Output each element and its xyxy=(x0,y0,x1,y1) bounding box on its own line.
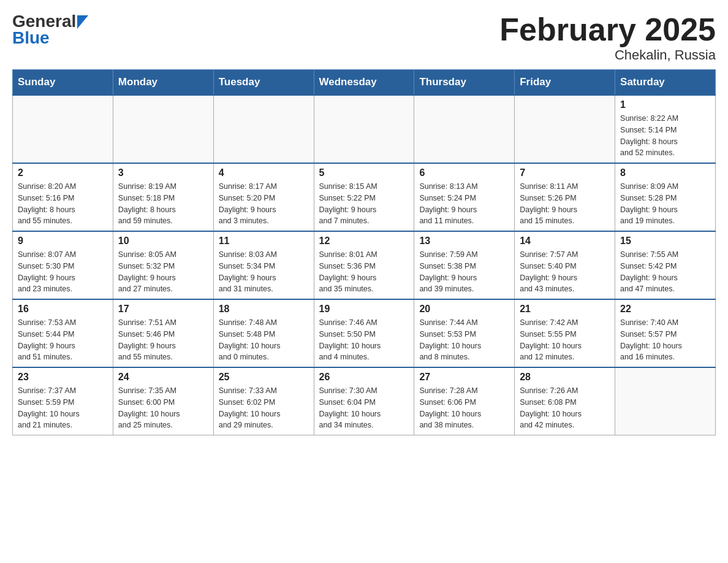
table-row: 12Sunrise: 8:01 AM Sunset: 5:36 PM Dayli… xyxy=(314,231,414,299)
day-info: Sunrise: 8:13 AM Sunset: 5:24 PM Dayligh… xyxy=(419,181,509,227)
day-info: Sunrise: 7:51 AM Sunset: 5:46 PM Dayligh… xyxy=(118,317,208,363)
day-info: Sunrise: 7:46 AM Sunset: 5:50 PM Dayligh… xyxy=(319,317,409,363)
table-row: 3Sunrise: 8:19 AM Sunset: 5:18 PM Daylig… xyxy=(113,163,213,231)
day-info: Sunrise: 7:40 AM Sunset: 5:57 PM Dayligh… xyxy=(620,317,710,363)
day-number: 24 xyxy=(118,372,208,383)
table-row: 16Sunrise: 7:53 AM Sunset: 5:44 PM Dayli… xyxy=(13,299,113,367)
day-info: Sunrise: 7:26 AM Sunset: 6:08 PM Dayligh… xyxy=(520,385,610,431)
day-info: Sunrise: 7:33 AM Sunset: 6:02 PM Dayligh… xyxy=(219,385,309,431)
table-row: 23Sunrise: 7:37 AM Sunset: 5:59 PM Dayli… xyxy=(13,367,113,435)
day-number: 11 xyxy=(219,236,309,247)
day-info: Sunrise: 7:48 AM Sunset: 5:48 PM Dayligh… xyxy=(219,317,309,363)
calendar-week-row: 1Sunrise: 8:22 AM Sunset: 5:14 PM Daylig… xyxy=(13,95,716,163)
table-row: 7Sunrise: 8:11 AM Sunset: 5:26 PM Daylig… xyxy=(515,163,615,231)
day-info: Sunrise: 7:44 AM Sunset: 5:53 PM Dayligh… xyxy=(419,317,509,363)
day-number: 6 xyxy=(419,167,509,178)
day-number: 23 xyxy=(18,372,108,383)
col-saturday: Saturday xyxy=(615,70,716,96)
day-number: 25 xyxy=(219,372,309,383)
table-row xyxy=(314,95,414,163)
table-row xyxy=(414,95,515,163)
day-info: Sunrise: 7:57 AM Sunset: 5:40 PM Dayligh… xyxy=(520,249,610,295)
title-block: February 2025 Chekalin, Russia xyxy=(499,12,716,63)
col-monday: Monday xyxy=(113,70,213,96)
table-row: 9Sunrise: 8:07 AM Sunset: 5:30 PM Daylig… xyxy=(13,231,113,299)
day-info: Sunrise: 8:22 AM Sunset: 5:14 PM Dayligh… xyxy=(620,113,710,159)
day-number: 26 xyxy=(319,372,409,383)
table-row xyxy=(615,367,716,435)
day-info: Sunrise: 7:53 AM Sunset: 5:44 PM Dayligh… xyxy=(18,317,108,363)
day-info: Sunrise: 7:30 AM Sunset: 6:04 PM Dayligh… xyxy=(319,385,409,431)
calendar-week-row: 9Sunrise: 8:07 AM Sunset: 5:30 PM Daylig… xyxy=(13,231,716,299)
day-number: 5 xyxy=(319,167,409,178)
day-number: 18 xyxy=(219,304,309,315)
day-info: Sunrise: 8:01 AM Sunset: 5:36 PM Dayligh… xyxy=(319,249,409,295)
calendar-table: Sunday Monday Tuesday Wednesday Thursday… xyxy=(12,69,716,435)
day-info: Sunrise: 7:59 AM Sunset: 5:38 PM Dayligh… xyxy=(419,249,509,295)
day-number: 13 xyxy=(419,236,509,247)
day-info: Sunrise: 8:19 AM Sunset: 5:18 PM Dayligh… xyxy=(118,181,208,227)
day-info: Sunrise: 8:17 AM Sunset: 5:20 PM Dayligh… xyxy=(219,181,309,227)
table-row: 18Sunrise: 7:48 AM Sunset: 5:48 PM Dayli… xyxy=(213,299,314,367)
col-sunday: Sunday xyxy=(13,70,113,96)
day-number: 10 xyxy=(118,236,208,247)
logo: General Blue xyxy=(12,12,88,48)
day-number: 14 xyxy=(520,236,610,247)
table-row: 11Sunrise: 8:03 AM Sunset: 5:34 PM Dayli… xyxy=(213,231,314,299)
table-row: 27Sunrise: 7:28 AM Sunset: 6:06 PM Dayli… xyxy=(414,367,515,435)
col-thursday: Thursday xyxy=(414,70,515,96)
table-row: 13Sunrise: 7:59 AM Sunset: 5:38 PM Dayli… xyxy=(414,231,515,299)
day-info: Sunrise: 8:03 AM Sunset: 5:34 PM Dayligh… xyxy=(219,249,309,295)
month-title: February 2025 xyxy=(499,12,716,47)
day-number: 7 xyxy=(520,167,610,178)
day-info: Sunrise: 8:05 AM Sunset: 5:32 PM Dayligh… xyxy=(118,249,208,295)
table-row: 22Sunrise: 7:40 AM Sunset: 5:57 PM Dayli… xyxy=(615,299,716,367)
day-number: 15 xyxy=(620,236,710,247)
col-friday: Friday xyxy=(515,70,615,96)
calendar-week-row: 16Sunrise: 7:53 AM Sunset: 5:44 PM Dayli… xyxy=(13,299,716,367)
calendar-week-row: 23Sunrise: 7:37 AM Sunset: 5:59 PM Dayli… xyxy=(13,367,716,435)
day-number: 3 xyxy=(118,167,208,178)
table-row: 14Sunrise: 7:57 AM Sunset: 5:40 PM Dayli… xyxy=(515,231,615,299)
table-row: 2Sunrise: 8:20 AM Sunset: 5:16 PM Daylig… xyxy=(13,163,113,231)
table-row xyxy=(515,95,615,163)
table-row: 17Sunrise: 7:51 AM Sunset: 5:46 PM Dayli… xyxy=(113,299,213,367)
day-info: Sunrise: 8:20 AM Sunset: 5:16 PM Dayligh… xyxy=(18,181,108,227)
calendar-week-row: 2Sunrise: 8:20 AM Sunset: 5:16 PM Daylig… xyxy=(13,163,716,231)
day-info: Sunrise: 7:55 AM Sunset: 5:42 PM Dayligh… xyxy=(620,249,710,295)
table-row: 8Sunrise: 8:09 AM Sunset: 5:28 PM Daylig… xyxy=(615,163,716,231)
page-header: General Blue February 2025 Chekalin, Rus… xyxy=(12,12,716,63)
calendar-header-row: Sunday Monday Tuesday Wednesday Thursday… xyxy=(13,70,716,96)
col-tuesday: Tuesday xyxy=(213,70,314,96)
table-row: 20Sunrise: 7:44 AM Sunset: 5:53 PM Dayli… xyxy=(414,299,515,367)
day-info: Sunrise: 8:15 AM Sunset: 5:22 PM Dayligh… xyxy=(319,181,409,227)
table-row: 4Sunrise: 8:17 AM Sunset: 5:20 PM Daylig… xyxy=(213,163,314,231)
table-row: 10Sunrise: 8:05 AM Sunset: 5:32 PM Dayli… xyxy=(113,231,213,299)
location: Chekalin, Russia xyxy=(499,47,716,63)
day-number: 12 xyxy=(319,236,409,247)
table-row: 1Sunrise: 8:22 AM Sunset: 5:14 PM Daylig… xyxy=(615,95,716,163)
table-row: 25Sunrise: 7:33 AM Sunset: 6:02 PM Dayli… xyxy=(213,367,314,435)
day-info: Sunrise: 7:28 AM Sunset: 6:06 PM Dayligh… xyxy=(419,385,509,431)
day-info: Sunrise: 7:35 AM Sunset: 6:00 PM Dayligh… xyxy=(118,385,208,431)
day-info: Sunrise: 7:42 AM Sunset: 5:55 PM Dayligh… xyxy=(520,317,610,363)
day-number: 1 xyxy=(620,99,710,110)
day-number: 16 xyxy=(18,304,108,315)
day-number: 4 xyxy=(219,167,309,178)
day-number: 19 xyxy=(319,304,409,315)
logo-triangle-icon xyxy=(77,15,88,29)
day-number: 9 xyxy=(18,236,108,247)
table-row xyxy=(113,95,213,163)
table-row: 28Sunrise: 7:26 AM Sunset: 6:08 PM Dayli… xyxy=(515,367,615,435)
day-number: 20 xyxy=(419,304,509,315)
day-info: Sunrise: 8:11 AM Sunset: 5:26 PM Dayligh… xyxy=(520,181,610,227)
day-number: 17 xyxy=(118,304,208,315)
table-row: 5Sunrise: 8:15 AM Sunset: 5:22 PM Daylig… xyxy=(314,163,414,231)
day-number: 28 xyxy=(520,372,610,383)
table-row: 19Sunrise: 7:46 AM Sunset: 5:50 PM Dayli… xyxy=(314,299,414,367)
table-row xyxy=(213,95,314,163)
day-info: Sunrise: 8:07 AM Sunset: 5:30 PM Dayligh… xyxy=(18,249,108,295)
day-number: 27 xyxy=(419,372,509,383)
day-number: 21 xyxy=(520,304,610,315)
table-row: 26Sunrise: 7:30 AM Sunset: 6:04 PM Dayli… xyxy=(314,367,414,435)
